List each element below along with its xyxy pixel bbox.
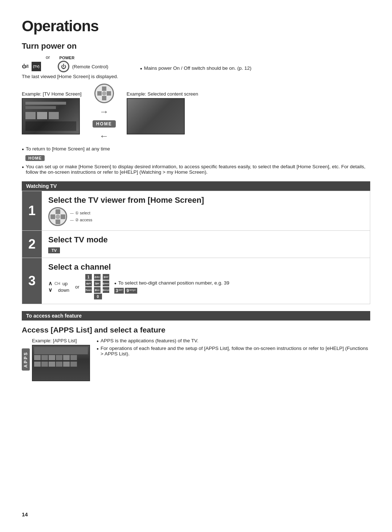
key-0: 0 <box>94 294 102 299</box>
apps-badge-block: APPS Example: [APPS List] <box>22 338 90 381</box>
step-1-number: 1 <box>22 191 42 230</box>
key-1: 1 <box>85 274 92 280</box>
step-1-heading: Select the TV viewer from [Home Screen] <box>48 196 363 205</box>
last-viewed-note: The last viewed [Home Screen] is display… <box>22 74 118 79</box>
channel-up-row: ∧ CH up <box>48 280 69 287</box>
up-text: up <box>62 281 68 286</box>
step-2-heading: Select TV mode <box>48 235 363 245</box>
apps-badge: APPS <box>22 348 30 371</box>
down-text: down <box>58 287 69 293</box>
watching-tv-section: Watching TV 1 Select the TV viewer from … <box>22 181 370 304</box>
ch-down-arrow: ∨ <box>48 287 52 293</box>
step-2-content: Select TV mode TV <box>42 231 370 258</box>
ok-button-icon <box>94 84 114 103</box>
step-2-row: 2 Select TV mode TV <box>22 230 370 258</box>
numpad-diagram: 1 2abc 3def 4ghi 5jkl 6mno 7pqrs 8tuv 9w… <box>85 274 111 299</box>
select-access-labels: — ① select — ② access <box>70 211 92 222</box>
nav-circle-diagram: — ① select — ② access <box>48 207 92 226</box>
apps-note-1: APPS is the applications (features) of t… <box>97 338 370 343</box>
or-text: or <box>75 284 79 290</box>
step-3-content: Select a channel ∧ CH up ∨ down or <box>42 258 370 304</box>
step-1-row: 1 Select the TV viewer from [Home Screen… <box>22 191 370 231</box>
step-3-number: 3 <box>22 258 42 304</box>
tv-mode-badge: TV <box>48 247 363 253</box>
step-2-number: 2 <box>22 231 42 258</box>
turn-power-on-section: Turn power on or POWER ⏻/I (TV) ⏻ (Remo <box>22 41 370 175</box>
example-home-label: Example: [TV Home Screen] <box>22 91 82 97</box>
key-9: 9wxyz <box>103 287 109 293</box>
arrow-right-icon: → <box>99 106 109 117</box>
home-button-small: HOME <box>25 154 370 161</box>
apps-example-label: Example: [APPS List] <box>32 338 90 343</box>
dpad-circle <box>48 207 67 226</box>
return-home-note: To return to [Home Screen] at any time <box>22 146 370 152</box>
power-button-icon: ⏻ <box>58 61 69 72</box>
step-1-details: — ① select — ② access <box>48 207 363 226</box>
access-feature-heading: Access [APPS List] and select a feature <box>22 326 370 334</box>
page-title: Operations <box>22 17 370 35</box>
example-home-block: Example: [TV Home Screen] <box>22 91 82 134</box>
digit-keys-row: 3def 9wxyz <box>114 288 229 294</box>
turn-power-heading: Turn power on <box>22 41 370 51</box>
mains-note: Mains power On / Off switch should be on… <box>140 65 252 71</box>
standby-symbol: ⏻/I <box>22 64 29 69</box>
key-5: 5jkl <box>94 281 101 286</box>
access-feature-section: To access each feature Access [APPS List… <box>22 311 370 381</box>
step-3-row: 3 Select a channel ∧ CH up ∨ down or <box>22 258 370 304</box>
key-7: 7pqrs <box>85 287 92 293</box>
step-1-content: Select the TV viewer from [Home Screen] <box>42 191 370 230</box>
key-3-digit: 3def <box>114 288 124 294</box>
power-label: POWER <box>60 56 75 60</box>
example-selected-block: Example: Selected content screen <box>127 91 198 134</box>
channel-down-row: ∨ down <box>48 287 69 293</box>
customize-note: You can set up or make [Home Screen] to … <box>22 164 370 175</box>
ch-up-arrow: ∧ <box>48 280 52 287</box>
select-label: ① select <box>75 211 90 215</box>
step-3-heading: Select a channel <box>48 262 363 272</box>
apps-note-2: For operations of each feature and the s… <box>97 346 370 356</box>
key-8: 8tuv <box>94 287 101 293</box>
tv-badge: (TV) <box>32 62 41 71</box>
arrow-left-icon: ← <box>99 130 109 142</box>
page-number: 14 <box>22 511 28 517</box>
access-feature-header: To access each feature <box>22 311 370 321</box>
step-3-details: ∧ CH up ∨ down or 1 2abc 3def <box>48 274 363 299</box>
key-2: 2abc <box>94 274 101 280</box>
key-6: 6mno <box>103 281 109 286</box>
access-label: ② access <box>75 218 92 222</box>
key-9-digit: 9wxyz <box>125 288 137 294</box>
or-label: or <box>46 55 50 60</box>
channel-up-down-diagram: ∧ CH up ∨ down <box>48 280 69 293</box>
apps-screen-block: Example: [APPS List] <box>32 338 90 381</box>
home-button-large: HOME <box>93 120 116 128</box>
channel-note-block: To select two-digit channel position num… <box>114 280 229 294</box>
power-row: ⏻/I (TV) ⏻ (Remote Control) <box>22 61 118 72</box>
apps-example-block: APPS Example: [APPS List] <box>22 338 370 381</box>
watching-tv-header: Watching TV <box>22 181 370 191</box>
remote-control-label: (Remote Control) <box>72 64 109 69</box>
home-screen-image <box>22 98 80 134</box>
key-3: 3def <box>103 274 109 280</box>
selected-content-screen-image <box>127 98 185 134</box>
channel-select-note: To select two-digit channel position num… <box>114 280 229 286</box>
ch-label: CH <box>54 281 60 286</box>
apps-screen-image <box>32 345 90 381</box>
apps-notes: APPS is the applications (features) of t… <box>97 338 370 359</box>
key-4: 4ghi <box>85 281 92 286</box>
nav-arrows-block: → HOME ← <box>93 84 116 142</box>
example-selected-label: Example: Selected content screen <box>127 91 198 97</box>
